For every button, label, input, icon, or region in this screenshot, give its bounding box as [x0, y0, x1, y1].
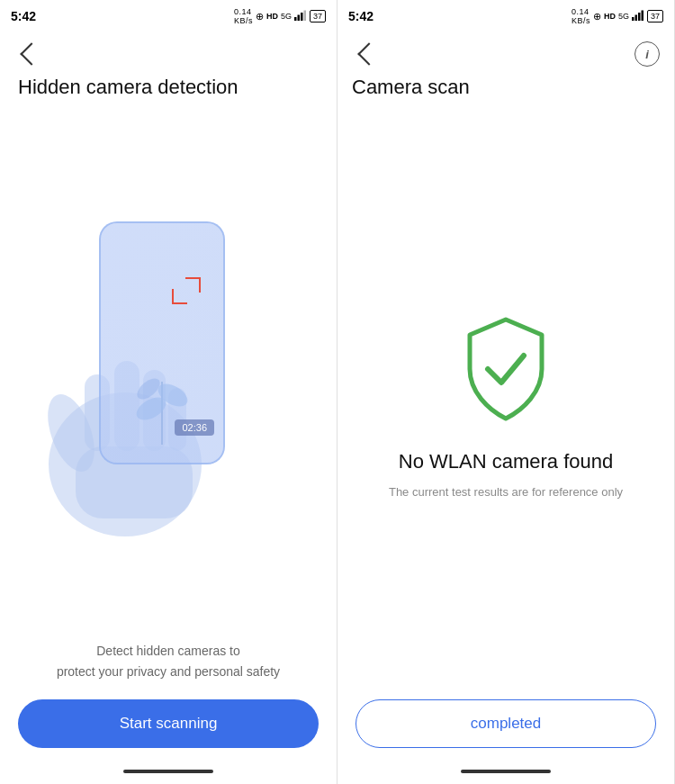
screen-camera-scan: 5:42 0.14KB/s ⊕ HD 5G 37 i — [338, 0, 675, 784]
description-line2: protect your privacy and personal safety — [57, 662, 280, 681]
home-bar-2 — [461, 770, 551, 773]
bottom-area-1: Start scanning — [0, 699, 337, 759]
bluetooth-icon: ⊕ — [256, 11, 264, 23]
status-time-2: 5:42 — [348, 9, 374, 23]
status-bar-1: 5:42 0.14KB/s ⊕ HD 5G 37 — [0, 0, 337, 32]
page-title-area-2: Camera scan — [338, 76, 674, 117]
description-line1: Detect hidden cameras to — [57, 641, 280, 661]
signal-5g-icon-2: 5G — [618, 12, 629, 21]
info-button[interactable]: i — [634, 41, 660, 67]
screen-hidden-camera: 5:42 0.14KB/s ⊕ HD 5G 37 Hi — [0, 0, 338, 784]
screen1-content: Hidden camera detection — [0, 76, 337, 699]
completed-button[interactable]: completed — [356, 699, 656, 748]
hd-icon-2: HD — [604, 12, 616, 21]
phone-device: 02:36 — [99, 221, 225, 464]
svg-rect-2 — [301, 13, 303, 21]
home-indicator-1 — [0, 759, 337, 784]
network-icons-2: 0.14KB/s — [572, 7, 590, 25]
network-icons-1: 0.14KB/s — [234, 7, 253, 25]
home-bar-1 — [123, 770, 213, 773]
timer-badge: 02:36 — [175, 419, 214, 436]
illustration-container: 02:36 — [18, 108, 319, 641]
bottom-area-2: completed — [338, 699, 674, 759]
svg-rect-18 — [641, 11, 644, 22]
status-time-1: 5:42 — [11, 9, 36, 23]
svg-rect-17 — [638, 13, 641, 21]
scan-result-container: No WLAN camera found The current test re… — [338, 117, 674, 699]
status-icons-1: 0.14KB/s ⊕ HD 5G 37 — [234, 7, 326, 25]
signal-bar-icon — [294, 10, 307, 23]
shield-icon-wrapper — [452, 315, 560, 423]
hd-icon: HD — [266, 12, 278, 21]
description-text: Detect hidden cameras to protect your pr… — [57, 641, 280, 681]
home-indicator-2 — [338, 759, 674, 784]
page-title-2: Camera scan — [352, 76, 660, 99]
top-nav-2: i — [338, 32, 674, 76]
back-button-1[interactable] — [14, 40, 43, 68]
svg-rect-3 — [303, 11, 306, 22]
result-title: No WLAN camera found — [399, 450, 613, 473]
phone-illustration: 02:36 — [78, 212, 258, 536]
shield-checkmark-icon — [456, 315, 555, 423]
battery-icon: 37 — [310, 10, 326, 23]
phone-screen: 02:36 — [101, 223, 223, 463]
top-nav-1 — [0, 32, 337, 76]
bluetooth-icon-2: ⊕ — [593, 11, 601, 23]
svg-rect-1 — [297, 15, 300, 22]
status-bar-2: 5:42 0.14KB/s ⊕ HD 5G 37 — [338, 0, 674, 32]
status-icons-2: 0.14KB/s ⊕ HD 5G 37 — [572, 7, 663, 25]
back-button-2[interactable] — [352, 40, 381, 68]
svg-rect-0 — [294, 17, 297, 21]
signal-5g-icon: 5G — [281, 12, 292, 21]
start-scanning-button[interactable]: Start scanning — [18, 699, 319, 748]
svg-rect-16 — [634, 15, 637, 22]
result-subtitle: The current test results are for referen… — [389, 484, 623, 500]
battery-icon-2: 37 — [647, 10, 663, 23]
svg-rect-15 — [632, 17, 634, 21]
back-arrow-icon-1 — [20, 42, 42, 65]
page-title-1: Hidden camera detection — [18, 76, 238, 99]
scan-bracket — [165, 277, 201, 304]
back-arrow-icon-2 — [357, 42, 380, 65]
signal-bar-icon-2 — [632, 10, 644, 23]
